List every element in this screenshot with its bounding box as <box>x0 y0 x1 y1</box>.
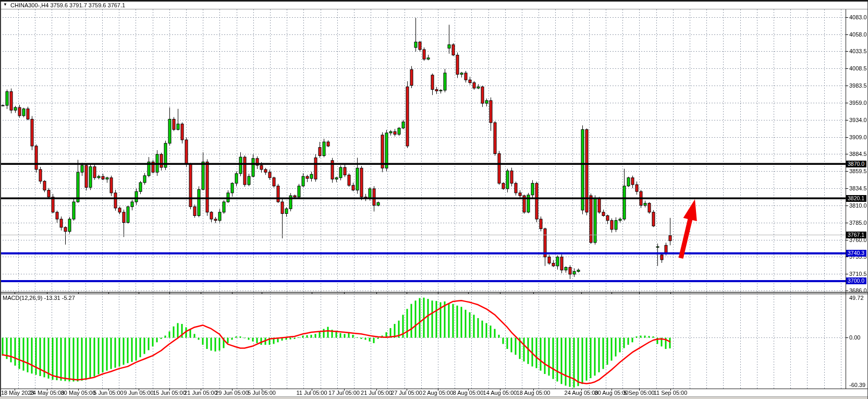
date-label: 5 Jun 05:00 <box>93 390 124 396</box>
macd-scale-label: 49.72 <box>849 295 864 301</box>
macd-indicator-values: -13.31 -5.27 <box>44 295 75 301</box>
date-label: 21 Jul 05:00 <box>361 390 392 396</box>
chart-canvas[interactable] <box>0 2 868 399</box>
date-label: 5 Sep 05:00 <box>624 390 654 396</box>
date-label: 18 Aug 05:00 <box>517 390 551 396</box>
price-tick-label: 3859.5 <box>849 168 867 174</box>
price-tick-label: 4033.5 <box>849 48 867 54</box>
price-tick-label: 3710.5 <box>849 271 867 277</box>
date-label: 5 Jul 05:00 <box>248 390 276 396</box>
date-label: 14 Aug 05:00 <box>483 390 517 396</box>
chart-window: ▼ CHINA300-,H4 3759.6 3791.7 3759.6 3767… <box>0 0 868 399</box>
price-level-badge: 3767.1 <box>846 232 866 238</box>
symbol-dropdown-icon[interactable]: ▼ <box>3 2 7 7</box>
price-level-badge: 3700.0 <box>846 277 866 284</box>
price-tick-label: 3834.5 <box>849 185 867 191</box>
date-label: 15 Jun 05:00 <box>153 390 186 396</box>
date-label: 29 Jun 05:00 <box>215 390 249 396</box>
price-tick-label: 3909.0 <box>849 134 867 140</box>
date-label: 8 Aug 05:00 <box>453 390 484 396</box>
window-bottom-strip <box>0 396 868 399</box>
price-tick-label: 4058.0 <box>849 31 867 38</box>
price-level-badge: 3740.3 <box>846 250 866 257</box>
price-tick-label: 3785.0 <box>849 220 867 226</box>
date-label: 9 Jun 05:00 <box>124 390 154 396</box>
date-label: 11 Sep 05:00 <box>654 390 688 396</box>
macd-scale-label: 0.00 <box>849 334 860 341</box>
price-tick-label: 4008.5 <box>849 65 867 71</box>
price-tick-label: 3934.0 <box>849 117 867 123</box>
chart-title: CHINA300-,H4 3759.6 3791.7 3759.6 3767.1 <box>10 2 125 8</box>
price-tick-label: 3884.5 <box>849 151 867 157</box>
date-label: 17 Jul 05:00 <box>328 390 360 396</box>
date-label: 21 Jun 05:00 <box>184 390 217 396</box>
date-label: 11 Jul 05:00 <box>296 390 327 396</box>
price-tick-label: 3959.0 <box>849 100 867 106</box>
price-level-badge: 3820.1 <box>846 195 866 202</box>
price-tick-label: 3983.5 <box>849 82 867 89</box>
date-label: 27 Jul 05:00 <box>391 390 422 396</box>
price-level-badge: 3870.0 <box>846 161 866 167</box>
date-label: 24 May 05:00 <box>30 390 65 396</box>
price-tick-label: 3810.0 <box>849 202 867 209</box>
macd-indicator-label: MACD(12,26,9) -13.31 -5.27 <box>3 295 75 301</box>
date-label: 24 Aug 05:00 <box>565 390 598 396</box>
date-label: 2 Aug 05:00 <box>423 390 454 396</box>
macd-scale-label: -60.39 <box>849 382 865 388</box>
price-tick-label: 4083.0 <box>849 14 867 20</box>
price-tick-label: 3686.0 <box>849 287 867 294</box>
date-label: 30 May 05:00 <box>61 390 96 396</box>
macd-indicator-name: MACD(12,26,9) <box>3 295 42 301</box>
